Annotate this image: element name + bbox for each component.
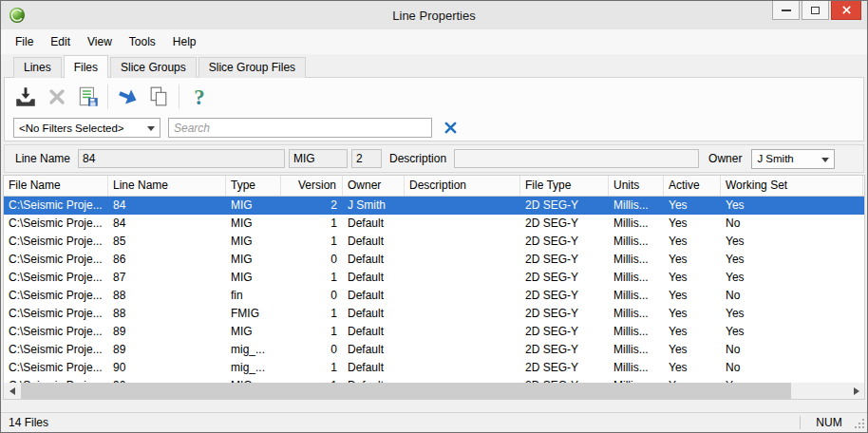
help-icon: ? bbox=[187, 85, 212, 109]
horizontal-scrollbar[interactable] bbox=[4, 383, 864, 399]
menu-item[interactable]: Help bbox=[164, 31, 205, 52]
table-cell: MIG bbox=[226, 197, 281, 215]
tab[interactable]: Slice Groups bbox=[110, 57, 197, 78]
column-header[interactable]: Version bbox=[281, 176, 343, 196]
table-cell: 89 bbox=[108, 341, 226, 359]
menu-item[interactable]: Tools bbox=[121, 31, 164, 52]
table-cell: 1 bbox=[281, 323, 343, 341]
column-header[interactable]: Active bbox=[664, 176, 721, 196]
num-lock-indicator: NUM bbox=[806, 416, 852, 429]
table-cell: 1 bbox=[281, 215, 343, 233]
minimize-button[interactable] bbox=[772, 1, 800, 20]
table-row[interactable]: C:\Seismic Proje...85MIG1Default2D SEG-Y… bbox=[4, 233, 864, 251]
table-cell: Yes bbox=[664, 251, 721, 269]
help-button[interactable]: ? bbox=[183, 82, 215, 112]
table-row[interactable]: C:\Seismic Proje...84MIG1Default2D SEG-Y… bbox=[4, 215, 864, 233]
table-cell: MIG bbox=[226, 233, 281, 251]
close-button[interactable] bbox=[831, 1, 861, 20]
table-cell: FMIG bbox=[226, 305, 281, 323]
owner-dropdown[interactable]: J Smith bbox=[751, 149, 835, 169]
export-button[interactable] bbox=[112, 82, 143, 112]
chevron-down-icon bbox=[821, 158, 829, 166]
table-cell: mig_... bbox=[226, 341, 281, 359]
menu-item[interactable]: File bbox=[7, 31, 42, 52]
table-row[interactable]: C:\Seismic Proje...88FMIG1Default2D SEG-… bbox=[4, 305, 864, 323]
table-cell: 1 bbox=[281, 233, 343, 251]
table-cell: Yes bbox=[664, 269, 721, 287]
tab[interactable]: Slice Group Files bbox=[198, 57, 306, 78]
table-cell: Default bbox=[343, 251, 405, 269]
column-header[interactable]: Working Set bbox=[721, 176, 863, 196]
delete-icon bbox=[46, 85, 68, 108]
import-file-button[interactable] bbox=[9, 82, 41, 112]
table-cell: Millis... bbox=[609, 287, 664, 305]
menu-item[interactable]: View bbox=[79, 31, 121, 52]
line-version-field[interactable] bbox=[351, 149, 382, 168]
table-cell: fin bbox=[226, 287, 281, 305]
table-cell: Default bbox=[343, 233, 405, 251]
menu-item[interactable]: Edit bbox=[42, 31, 79, 52]
table-cell: 89 bbox=[108, 323, 226, 341]
table-row[interactable]: C:\Seismic Proje...90mig_...1Default2D S… bbox=[4, 359, 864, 377]
line-name-field[interactable] bbox=[78, 149, 285, 168]
resize-grip[interactable] bbox=[852, 416, 865, 429]
table-cell: Default bbox=[343, 215, 405, 233]
table-cell: Yes bbox=[664, 215, 721, 233]
table-cell: 85 bbox=[108, 233, 226, 251]
line-type-field[interactable] bbox=[289, 149, 348, 168]
column-header[interactable]: Type bbox=[226, 176, 281, 196]
tab-page: ? <No Filters Selected> bbox=[4, 77, 864, 141]
menu-bar: FileEditViewToolsHelp bbox=[1, 29, 867, 54]
clear-search-button[interactable] bbox=[440, 118, 461, 139]
tab[interactable]: Lines bbox=[13, 57, 62, 78]
table-cell: Millis... bbox=[609, 251, 664, 269]
status-separator bbox=[800, 416, 801, 429]
column-header[interactable]: Line Name bbox=[108, 176, 226, 196]
description-field[interactable] bbox=[454, 149, 699, 168]
line-name-label: Line Name bbox=[15, 152, 70, 165]
table-row[interactable]: C:\Seismic Proje...87MIG1Default2D SEG-Y… bbox=[4, 269, 864, 287]
table-cell: Millis... bbox=[609, 233, 664, 251]
table-cell: Millis... bbox=[609, 323, 664, 341]
table-cell: C:\Seismic Proje... bbox=[4, 323, 108, 341]
table-cell bbox=[405, 305, 520, 323]
maximize-button[interactable] bbox=[802, 1, 829, 20]
column-header[interactable]: Units bbox=[609, 176, 664, 196]
delete-button[interactable] bbox=[41, 82, 72, 112]
filter-row: <No Filters Selected> bbox=[5, 115, 863, 141]
table-cell: Millis... bbox=[609, 197, 664, 215]
table-cell: 86 bbox=[108, 251, 226, 269]
table-cell: Millis... bbox=[609, 215, 664, 233]
table-row[interactable]: C:\Seismic Proje...86MIG0Default2D SEG-Y… bbox=[4, 251, 864, 269]
table-cell: Yes bbox=[721, 197, 863, 215]
table-cell: Default bbox=[343, 359, 405, 377]
scrollbar-thumb[interactable] bbox=[21, 383, 791, 399]
save-list-button[interactable] bbox=[72, 82, 104, 112]
table-row[interactable]: C:\Seismic Proje...84MIG2J Smith2D SEG-Y… bbox=[4, 197, 864, 215]
table-cell: Default bbox=[343, 341, 405, 359]
table-row[interactable]: C:\Seismic Proje...89mig_...0Default2D S… bbox=[4, 341, 864, 359]
table-cell: Yes bbox=[664, 287, 721, 305]
column-header[interactable]: File Name bbox=[4, 176, 108, 196]
app-logo-icon bbox=[9, 7, 26, 24]
column-header[interactable]: Description bbox=[405, 176, 520, 196]
scroll-right-button[interactable] bbox=[848, 383, 864, 399]
column-header[interactable]: Owner bbox=[343, 176, 405, 196]
copy-button[interactable] bbox=[143, 82, 175, 112]
minimize-icon bbox=[782, 9, 791, 11]
table-row[interactable]: C:\Seismic Proje...88fin0Default2D SEG-Y… bbox=[4, 287, 864, 305]
table-cell: Yes bbox=[664, 323, 721, 341]
table-cell: C:\Seismic Proje... bbox=[4, 197, 108, 215]
table-row[interactable]: C:\Seismic Proje...89MIG1Default2D SEG-Y… bbox=[4, 323, 864, 341]
table-cell bbox=[405, 233, 520, 251]
column-header[interactable]: File Type bbox=[520, 176, 609, 196]
scrollbar-track[interactable] bbox=[20, 383, 848, 399]
scroll-left-button[interactable] bbox=[4, 383, 20, 399]
search-input[interactable] bbox=[168, 118, 432, 138]
table-cell: MIG bbox=[226, 323, 281, 341]
tab[interactable]: Files bbox=[64, 55, 108, 78]
table-cell: 2D SEG-Y bbox=[520, 305, 609, 323]
table-cell: Yes bbox=[721, 251, 863, 269]
table-cell bbox=[405, 269, 520, 287]
filter-dropdown[interactable]: <No Filters Selected> bbox=[13, 118, 160, 138]
